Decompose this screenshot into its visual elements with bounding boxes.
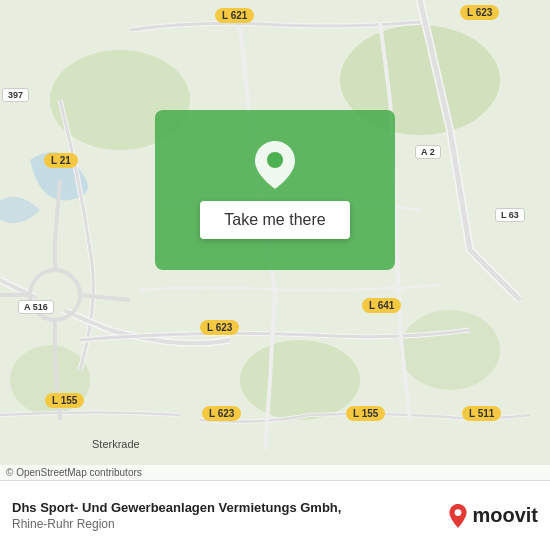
place-name: Dhs Sport- Und Gewerbeanlagen Vermietung… <box>12 500 448 517</box>
place-info: Dhs Sport- Und Gewerbeanlagen Vermietung… <box>12 500 448 531</box>
location-pin-icon <box>251 141 299 189</box>
place-region: Rhine-Ruhr Region <box>12 517 448 531</box>
road-label-a516: A 516 <box>18 300 54 314</box>
moovit-pin-icon <box>448 504 468 528</box>
moovit-logo: moovit <box>448 504 538 528</box>
road-label-l21: L 21 <box>44 153 78 168</box>
sterkrade-label: Sterkrade <box>92 438 140 450</box>
svg-point-3 <box>240 340 360 420</box>
bottom-bar: Dhs Sport- Und Gewerbeanlagen Vermietung… <box>0 480 550 550</box>
road-label-a2-right: A 2 <box>415 145 441 159</box>
map-container: L 621 L 623 397 L 21 A 2 L 63 A 516 L 62… <box>0 0 550 480</box>
road-label-l511: L 511 <box>462 406 501 421</box>
moovit-text: moovit <box>472 504 538 527</box>
take-me-there-button[interactable]: Take me there <box>200 201 349 239</box>
svg-point-8 <box>267 152 283 168</box>
road-label-l621-top: L 621 <box>215 8 254 23</box>
road-label-l623-tr: L 623 <box>460 5 499 20</box>
road-label-l155-right: L 155 <box>346 406 385 421</box>
road-label-l641: L 641 <box>362 298 401 313</box>
road-label-l623-mid: L 623 <box>200 320 239 335</box>
map-attribution: © OpenStreetMap contributors <box>0 465 550 480</box>
location-overlay-card: Take me there <box>155 110 395 270</box>
attribution-text: © OpenStreetMap contributors <box>6 467 142 478</box>
road-label-l623-bot: L 623 <box>202 406 241 421</box>
svg-point-9 <box>455 509 462 516</box>
svg-point-4 <box>400 310 500 390</box>
road-label-l63: L 63 <box>495 208 525 222</box>
road-label-397: 397 <box>2 88 29 102</box>
road-label-l155-left: L 155 <box>45 393 84 408</box>
